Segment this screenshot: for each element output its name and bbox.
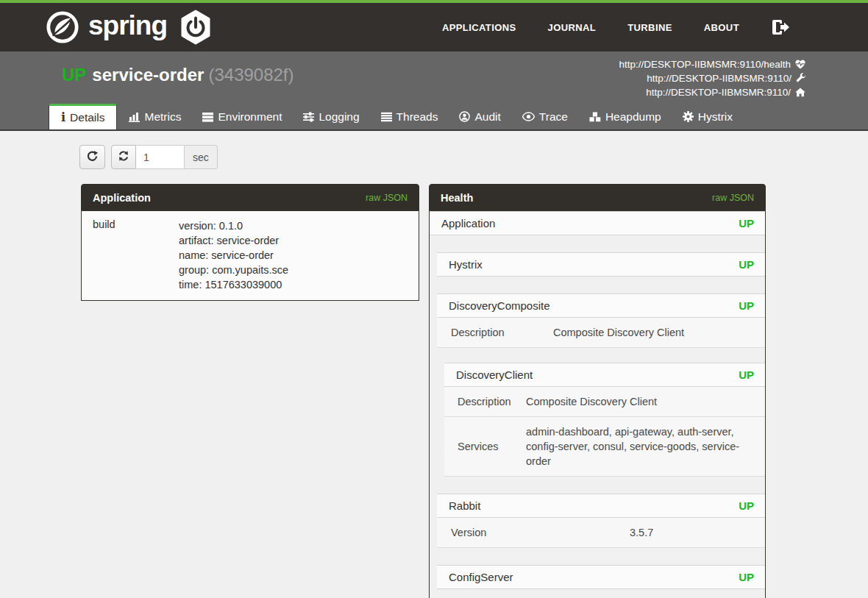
management-links: http://DESKTOP-IIBMSMR:9110/health http:… — [619, 57, 806, 99]
refresh-toolbar: sec — [79, 145, 868, 169]
health-node-rabbit: Rabbit UP Version 3.5.7 — [437, 494, 765, 548]
navbar-menu: APPLICATIONS JOURNAL TURBINE ABOUT — [442, 18, 790, 36]
tab-details[interactable]: i Details — [49, 104, 117, 129]
nav-item-about[interactable]: ABOUT — [704, 22, 739, 33]
tab-metrics[interactable]: Metrics — [119, 104, 191, 129]
sliders-icon — [303, 112, 314, 122]
info-icon: i — [61, 112, 65, 124]
tab-trace[interactable]: Trace — [513, 104, 577, 129]
spring-boot-icon — [179, 10, 213, 45]
page-title: UPservice-order(3439082f) — [62, 65, 294, 99]
application-panel-title: Application — [93, 192, 151, 204]
detail-row: Version 3.5.7 — [437, 518, 765, 548]
auto-refresh-button[interactable] — [111, 145, 136, 169]
management-url-link[interactable]: http://DESKTOP-IIBMSMR:9110/ — [619, 71, 806, 85]
tab-hystrix[interactable]: Hystrix — [673, 104, 742, 129]
user-circle-icon — [459, 111, 470, 122]
application-raw-json-link[interactable]: raw JSON — [366, 193, 408, 203]
eye-icon — [522, 112, 535, 121]
status-up: UP — [739, 369, 754, 381]
bar-chart-icon — [129, 112, 140, 122]
detail-row: Description Composite Discovery Client — [444, 387, 765, 417]
refresh-button[interactable] — [79, 145, 105, 169]
build-values: version: 0.1.0 artifact: service-order n… — [179, 218, 288, 292]
wrench-icon — [795, 73, 806, 84]
status-up: UP — [739, 571, 754, 583]
tab-heapdump[interactable]: Heapdump — [580, 104, 671, 129]
health-raw-json-link[interactable]: raw JSON — [712, 193, 754, 203]
health-url-link[interactable]: http://DESKTOP-IIBMSMR:9110/health — [619, 57, 806, 71]
list-lines-icon — [381, 112, 392, 122]
application-panel: Application raw JSON build version: 0.1.… — [81, 184, 419, 301]
brand-wordmark: spring — [88, 10, 167, 41]
auto-refresh-group: sec — [111, 145, 218, 169]
status-up: UP — [739, 217, 754, 229]
application-header: UPservice-order(3439082f) http://DESKTOP… — [0, 51, 868, 131]
tab-environment[interactable]: Environment — [193, 104, 291, 129]
spring-leaf-icon — [46, 10, 79, 44]
refresh-icon — [86, 150, 99, 165]
auto-refresh-icon — [118, 150, 129, 164]
detail-row: Services admin-dashboard, api-gateway, a… — [444, 417, 765, 477]
list-alt-icon — [202, 112, 213, 122]
home-icon — [794, 87, 806, 98]
application-id: (3439082f) — [208, 65, 294, 85]
interval-input[interactable] — [136, 145, 185, 169]
health-node-config-server: ConfigServer UP — [437, 565, 765, 589]
details-content: sec Application raw JSON build version: … — [0, 131, 868, 598]
health-node-discovery-client: DiscoveryClient UP Description Composite… — [444, 363, 765, 477]
navbar: spring APPLICATIONS JOURNAL TURBINE ABOU… — [0, 0, 868, 51]
health-panel-title: Health — [441, 192, 473, 204]
detail-tabs: i Details Metrics Environment — [49, 104, 744, 129]
health-node-discovery-composite: DiscoveryComposite UP Description Compos… — [437, 293, 765, 477]
health-panel: Health raw JSON Application UP Hystrix U… — [429, 184, 766, 598]
status-badge: UP — [62, 65, 86, 85]
application-name: service-order — [92, 65, 204, 85]
cubes-icon — [589, 112, 601, 122]
nav-item-turbine[interactable]: TURBINE — [627, 22, 672, 33]
interval-unit-addon: sec — [185, 145, 218, 169]
nav-item-applications[interactable]: APPLICATIONS — [442, 22, 516, 33]
spring-brand[interactable]: spring — [46, 10, 213, 45]
health-node-application: Application UP — [430, 211, 765, 235]
build-artifact: artifact: service-order — [179, 233, 288, 248]
status-up: UP — [739, 299, 754, 312]
gear-icon — [683, 111, 694, 122]
detail-row: Description Composite Discovery Client — [437, 318, 765, 348]
status-up: UP — [739, 499, 754, 512]
tab-threads[interactable]: Threads — [371, 104, 448, 129]
tab-audit[interactable]: Audit — [449, 104, 510, 129]
tab-logging[interactable]: Logging — [294, 104, 369, 129]
build-version: version: 0.1.0 — [179, 218, 288, 233]
build-name: name: service-order — [179, 248, 288, 263]
heartbeat-icon — [794, 59, 806, 70]
build-group: group: com.yupaits.sce — [179, 263, 288, 277]
status-up: UP — [739, 258, 754, 271]
sign-out-icon[interactable] — [771, 18, 790, 36]
service-url-link[interactable]: http://DESKTOP-IIBMSMR:9110/ — [619, 85, 806, 99]
build-key: build — [93, 218, 179, 292]
health-node-hystrix: Hystrix UP — [437, 252, 765, 277]
build-time: time: 1517633039000 — [179, 277, 288, 292]
nav-item-journal[interactable]: JOURNAL — [548, 22, 597, 33]
